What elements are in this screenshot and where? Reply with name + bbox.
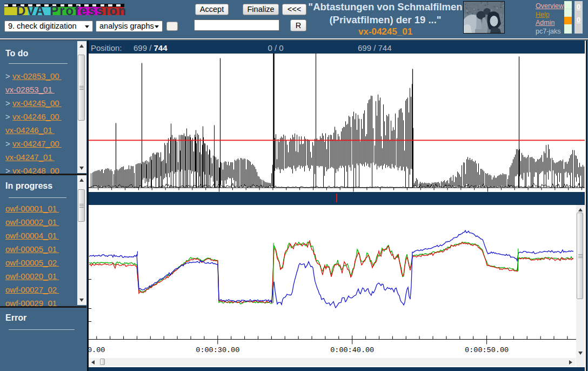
svg-text:0:00:40.00: 0:00:40.00: [330, 346, 374, 354]
svg-text:0:00:20.00: 0:00:20.00: [89, 346, 105, 354]
svg-text:0:00:50.00: 0:00:50.00: [465, 346, 509, 354]
svg-text:0:00:30.00: 0:00:30.00: [196, 346, 239, 354]
